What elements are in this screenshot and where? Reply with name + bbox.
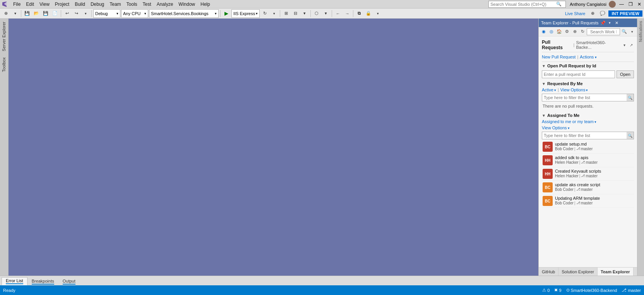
- menu-edit[interactable]: Edit: [24, 1, 36, 8]
- panel-tb-more[interactable]: ⊕: [571, 28, 578, 35]
- undo-dropdown[interactable]: ▾: [81, 9, 90, 18]
- warnings-status[interactable]: ⚠ 0: [542, 288, 550, 293]
- pr-list-item[interactable]: HH added sdk to apis Helen Hacker | ⎇ ma…: [542, 154, 634, 167]
- pr-list-item[interactable]: HH Created Keyvault scripts Helen Hacker…: [542, 167, 634, 181]
- panel-tb-home[interactable]: 🏠: [556, 28, 563, 35]
- tb-btn-1[interactable]: ⊞: [282, 9, 290, 18]
- panel-tb-back[interactable]: ◉: [540, 28, 547, 35]
- view-options-link-2[interactable]: View Options: [542, 125, 570, 130]
- panel-tb-fwd[interactable]: ◎: [548, 28, 555, 35]
- platform-arrow: ▾: [144, 12, 146, 15]
- redo-btn[interactable]: ↪: [72, 9, 80, 18]
- tb-btn-5[interactable]: ▾: [322, 9, 330, 18]
- assigned-toggle[interactable]: ▼: [542, 113, 546, 118]
- pr-list-item[interactable]: BC update aks create script Bob Coder | …: [542, 181, 634, 194]
- open-btn[interactable]: 📂: [32, 9, 41, 18]
- server-explorer-tab[interactable]: Server Explorer: [0, 19, 8, 54]
- output-tab[interactable]: Output: [58, 278, 80, 285]
- breakpoints-tab[interactable]: Breakpoints: [27, 278, 58, 285]
- save2-btn[interactable]: 📄: [51, 9, 59, 18]
- live-share-btn[interactable]: Live Share: [564, 9, 587, 18]
- save-all-btn[interactable]: 💾: [23, 9, 31, 18]
- panel-tb-expand[interactable]: ▾: [629, 28, 635, 35]
- panel-close-btn[interactable]: ✕: [614, 20, 620, 26]
- panel-dropdown-btn[interactable]: ▾: [607, 20, 613, 26]
- iis-express-dropdown[interactable]: IIS Express ▾: [231, 9, 260, 18]
- menu-file[interactable]: File: [11, 1, 23, 8]
- assigned-search-btn[interactable]: 🔍: [627, 132, 634, 139]
- menu-test[interactable]: Test: [140, 1, 154, 8]
- extension-btn-2[interactable]: 🔒: [364, 9, 373, 18]
- close-btn[interactable]: ✕: [636, 2, 642, 7]
- active-link[interactable]: Active: [542, 87, 556, 92]
- tb-btn-2[interactable]: ⊟: [291, 9, 300, 18]
- tb-btn-4[interactable]: ⬡: [312, 9, 321, 18]
- repo-status[interactable]: ⊙ SmartHotel360-Backend: [566, 288, 617, 293]
- extension-btn-3[interactable]: ▾: [373, 9, 382, 18]
- requested-filter-input[interactable]: [542, 95, 627, 100]
- platform-dropdown[interactable]: Any CPU ▾: [121, 9, 148, 18]
- open-pr-btn[interactable]: Open: [617, 70, 634, 78]
- open-pr-toggle[interactable]: ▼: [542, 64, 546, 68]
- debug-config-dropdown[interactable]: Debug ▾: [93, 9, 120, 18]
- toolbox-tab[interactable]: Toolbox: [0, 54, 8, 75]
- tb-btn-3[interactable]: ▾: [300, 9, 309, 18]
- refresh-dropdown[interactable]: ▾: [270, 9, 278, 18]
- search-work-items-input[interactable]: [589, 29, 618, 34]
- pr-branch: master: [581, 147, 593, 151]
- menu-help[interactable]: Help: [198, 1, 212, 8]
- solution-explorer-tab[interactable]: Solution Explorer: [558, 268, 598, 276]
- new-project-btn[interactable]: ⊕: [2, 9, 10, 18]
- menu-project[interactable]: Project: [53, 1, 72, 8]
- save-btn[interactable]: 💾: [41, 9, 50, 18]
- add-btn[interactable]: ▾: [11, 9, 19, 18]
- errors-status[interactable]: ✖ 9: [554, 288, 561, 293]
- requested-toggle[interactable]: ▼: [542, 82, 546, 86]
- pr-list-item[interactable]: BC Updating ARM template Bob Coder | ⎇ m…: [542, 194, 634, 208]
- menu-window[interactable]: Window: [176, 1, 197, 8]
- search-work-items-box[interactable]: [587, 28, 620, 35]
- menu-team[interactable]: Team: [107, 1, 123, 8]
- pr-list-item[interactable]: BC update setup.md Bob Coder | ⎇ master: [542, 140, 634, 154]
- nav-fwd-btn[interactable]: →: [343, 9, 351, 18]
- minimize-btn[interactable]: —: [618, 2, 625, 7]
- requested-search-btn[interactable]: 🔍: [627, 94, 634, 101]
- panel-pin-btn[interactable]: 📌: [600, 20, 606, 26]
- undo-btn[interactable]: ↩: [63, 9, 71, 18]
- nav-back-btn[interactable]: ←: [334, 9, 342, 18]
- menu-view[interactable]: View: [37, 1, 52, 8]
- new-pr-link[interactable]: New Pull Request: [542, 55, 575, 59]
- panel-tb-settings[interactable]: ⚙: [564, 28, 570, 35]
- assigned-filter-input[interactable]: [542, 133, 627, 138]
- pr-popout-btn[interactable]: ↗: [629, 42, 634, 48]
- assigned-link[interactable]: Assigned to me or my team: [542, 119, 596, 124]
- pr-expand-btn[interactable]: ▾: [622, 42, 627, 48]
- extension-btn-1[interactable]: ⧉: [355, 9, 363, 18]
- vs-search-bar[interactable]: 🔍: [488, 1, 566, 8]
- menu-build[interactable]: Build: [72, 1, 87, 8]
- menu-analyze[interactable]: Analyze: [154, 1, 176, 8]
- notifications-tab[interactable]: Notifications: [638, 19, 644, 44]
- branch-status[interactable]: ⎇ master: [622, 288, 641, 293]
- sep4: [220, 10, 221, 17]
- int-preview-btn[interactable]: INT PREVIEW: [608, 10, 642, 17]
- panel-tb-refresh[interactable]: ↻: [579, 28, 586, 35]
- pr-actions-row: New Pull Request | Actions: [542, 54, 634, 62]
- menu-tools[interactable]: Tools: [124, 1, 140, 8]
- open-pr-input[interactable]: [542, 70, 615, 78]
- feedback-btn[interactable]: 💬: [598, 9, 607, 18]
- team-explorer-tab[interactable]: Team Explorer: [598, 268, 634, 276]
- actions-link[interactable]: Actions: [580, 55, 597, 59]
- project-dropdown[interactable]: SmartHotel.Services.Bookings ▾: [149, 9, 219, 18]
- menu-debug[interactable]: Debug: [88, 1, 106, 8]
- view-options-link-1[interactable]: View Options: [560, 87, 588, 92]
- vs-search-input[interactable]: [490, 2, 556, 7]
- restore-btn[interactable]: ❒: [627, 2, 634, 7]
- start-btn[interactable]: ▶: [222, 9, 231, 18]
- filter-btn[interactable]: ⊕: [588, 9, 597, 18]
- pr-section-title: Pull Requests: [542, 39, 572, 50]
- github-tab[interactable]: GitHub: [539, 268, 558, 276]
- search-work-items-btn[interactable]: 🔍: [621, 28, 628, 35]
- refresh-btn[interactable]: ↻: [260, 9, 269, 18]
- error-list-tab[interactable]: Error List: [2, 277, 27, 285]
